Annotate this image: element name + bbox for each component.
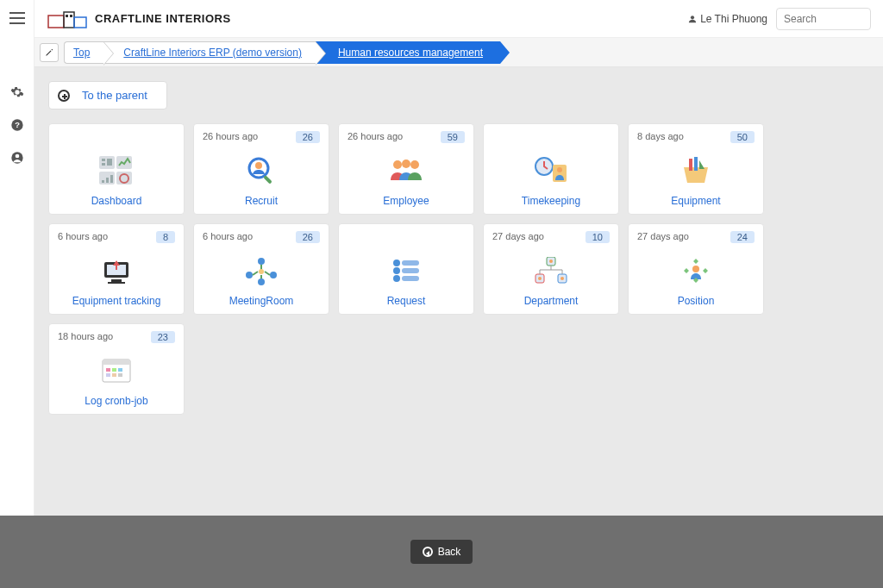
logo-icon bbox=[47, 7, 90, 31]
card-label: Log cronb-job bbox=[58, 395, 175, 409]
card-department[interactable]: 27 days ago10Department bbox=[483, 223, 619, 315]
card-timekeeping[interactable]: Timekeeping bbox=[483, 123, 619, 215]
card-badge: 23 bbox=[151, 331, 175, 343]
svg-point-6 bbox=[15, 154, 19, 159]
card-time: 18 hours ago bbox=[58, 331, 113, 341]
employee-icon bbox=[348, 147, 465, 195]
svg-rect-34 bbox=[694, 157, 698, 171]
svg-point-39 bbox=[258, 258, 265, 265]
card-time: 26 hours ago bbox=[348, 131, 403, 141]
svg-point-55 bbox=[560, 277, 564, 280]
svg-rect-1 bbox=[9, 17, 25, 19]
request-icon bbox=[348, 247, 465, 295]
svg-rect-37 bbox=[111, 279, 122, 282]
svg-point-44 bbox=[393, 260, 400, 266]
header: CRAFTLINE INTERIORS Le Thi Phuong bbox=[34, 0, 883, 38]
logo[interactable]: CRAFTLINE INTERIORS bbox=[47, 7, 231, 31]
card-label: MeetingRoom bbox=[203, 295, 320, 309]
breadcrumb: Top CraftLine Interiors ERP (demo versio… bbox=[34, 38, 883, 67]
help-icon[interactable]: ? bbox=[9, 117, 25, 133]
svg-point-32 bbox=[557, 167, 562, 172]
svg-rect-20 bbox=[106, 178, 109, 183]
card-badge: 50 bbox=[730, 131, 755, 143]
plus-icon bbox=[58, 90, 70, 102]
svg-rect-16 bbox=[107, 159, 112, 166]
svg-point-56 bbox=[692, 266, 699, 272]
brand-text: CRAFTLINE INTERIORS bbox=[95, 12, 231, 25]
user-name: Le Thi Phuong bbox=[700, 13, 767, 25]
svg-rect-38 bbox=[108, 282, 125, 284]
menu-icon[interactable] bbox=[9, 10, 25, 26]
card-position[interactable]: 27 days ago24Position bbox=[628, 223, 764, 315]
card-dashboard[interactable]: Dashboard bbox=[48, 123, 185, 215]
svg-rect-19 bbox=[102, 180, 104, 183]
card-equipment-tracking[interactable]: 6 hours ago8Equipment tracking bbox=[48, 223, 185, 315]
svg-point-27 bbox=[393, 160, 402, 169]
card-employee[interactable]: 26 hours ago59Employee bbox=[338, 123, 474, 215]
svg-point-48 bbox=[393, 275, 400, 282]
svg-rect-49 bbox=[402, 276, 419, 281]
card-log-cronb-job[interactable]: 18 hours ago23Log cronb-job bbox=[48, 323, 185, 415]
card-time: 6 hours ago bbox=[58, 231, 108, 241]
gear-icon[interactable] bbox=[9, 84, 25, 100]
card-time: 26 hours ago bbox=[203, 131, 258, 141]
card-badge: 24 bbox=[730, 231, 755, 243]
svg-point-12 bbox=[691, 16, 694, 19]
svg-rect-0 bbox=[9, 12, 25, 14]
card-label: Recruit bbox=[203, 195, 320, 209]
breadcrumb-current[interactable]: Human resources management bbox=[316, 41, 500, 64]
svg-rect-59 bbox=[106, 368, 110, 372]
breadcrumb-edit-button[interactable] bbox=[40, 43, 59, 62]
card-grid: Dashboard26 hours ago26Recruit26 hours a… bbox=[48, 123, 869, 415]
svg-rect-9 bbox=[74, 17, 86, 28]
card-time: 27 days ago bbox=[492, 231, 544, 241]
profile-icon[interactable] bbox=[9, 150, 25, 166]
search-input[interactable] bbox=[776, 8, 871, 30]
card-label: Timekeeping bbox=[492, 195, 610, 209]
to-parent-button[interactable]: To the parent bbox=[48, 81, 167, 109]
card-request[interactable]: Request bbox=[338, 223, 474, 315]
search-box bbox=[776, 8, 871, 30]
svg-point-28 bbox=[402, 160, 410, 168]
timekeeping-icon bbox=[492, 147, 610, 195]
dept-icon bbox=[492, 247, 610, 295]
svg-point-41 bbox=[270, 272, 277, 278]
recruit-icon bbox=[203, 147, 320, 195]
log-icon bbox=[58, 347, 175, 395]
svg-rect-7 bbox=[48, 16, 64, 28]
content-area: To the parent Dashboard26 hours ago26Rec… bbox=[34, 67, 883, 588]
card-label: Equipment tracking bbox=[58, 295, 175, 309]
back-button[interactable]: Back bbox=[410, 540, 473, 564]
svg-rect-60 bbox=[112, 368, 116, 372]
card-label: Employee bbox=[348, 195, 465, 209]
card-recruit[interactable]: 26 hours ago26Recruit bbox=[193, 123, 329, 215]
card-label: Position bbox=[637, 295, 755, 309]
svg-point-40 bbox=[246, 272, 253, 278]
card-label: Department bbox=[492, 295, 610, 309]
svg-rect-15 bbox=[102, 163, 105, 166]
svg-rect-26 bbox=[263, 175, 272, 185]
card-equipment[interactable]: 8 days ago50Equipment bbox=[628, 123, 764, 215]
card-meetingroom[interactable]: 6 hours ago26MeetingRoom bbox=[193, 223, 329, 315]
pencil-icon bbox=[45, 48, 53, 57]
breadcrumb-erp[interactable]: CraftLine Interiors ERP (demo version) bbox=[103, 41, 316, 64]
breadcrumb-top[interactable]: Top bbox=[64, 41, 103, 64]
card-time: 8 days ago bbox=[637, 131, 684, 141]
svg-rect-10 bbox=[66, 15, 68, 17]
track-icon bbox=[58, 247, 175, 295]
svg-rect-21 bbox=[110, 175, 113, 183]
card-badge: 26 bbox=[296, 131, 320, 143]
svg-point-29 bbox=[410, 160, 419, 169]
card-time: 6 hours ago bbox=[203, 231, 253, 241]
user-menu[interactable]: Le Thi Phuong bbox=[688, 13, 767, 25]
card-time: 27 days ago bbox=[637, 231, 689, 241]
card-badge: 59 bbox=[441, 131, 465, 143]
left-rail: ? bbox=[0, 0, 34, 588]
equipment-icon bbox=[637, 147, 755, 195]
user-icon bbox=[688, 15, 697, 23]
back-icon bbox=[423, 547, 433, 557]
card-label: Equipment bbox=[637, 195, 755, 209]
dashboard-icon bbox=[58, 147, 175, 195]
svg-rect-45 bbox=[402, 260, 419, 266]
svg-rect-61 bbox=[118, 368, 122, 372]
